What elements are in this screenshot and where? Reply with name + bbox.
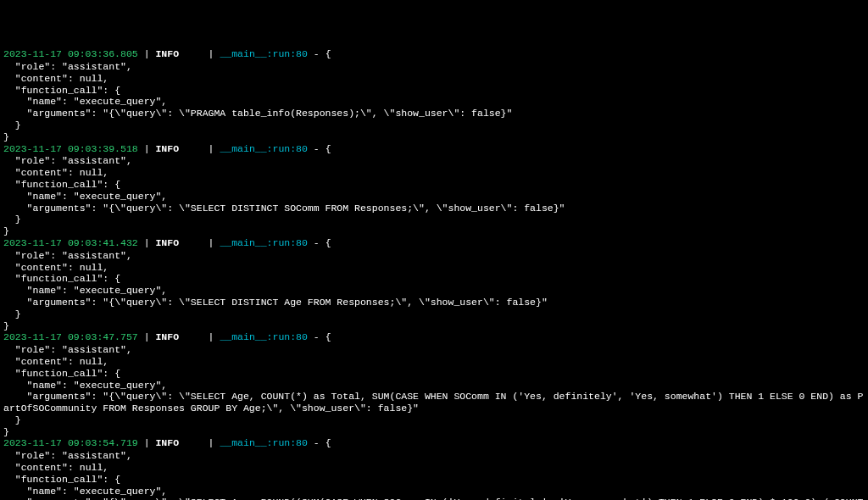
log-output: 2023-11-17 09:03:36.805 | INFO | __main_… [3, 48, 865, 500]
log-entry: 2023-11-17 09:03:36.805 | INFO | __main_… [3, 48, 865, 60]
separator-dash: - [308, 143, 326, 154]
code-location: __main__:run:80 [220, 437, 308, 448]
timestamp: 2023-11-17 09:03:41.432 [3, 237, 138, 248]
log-entry: 2023-11-17 09:03:39.518 | INFO | __main_… [3, 143, 865, 155]
timestamp: 2023-11-17 09:03:54.719 [3, 437, 138, 448]
log-entry: 2023-11-17 09:03:54.719 | INFO | __main_… [3, 437, 865, 449]
log-level: INFO [155, 237, 179, 248]
code-location: __main__:run:80 [220, 237, 308, 248]
log-level: INFO [155, 331, 179, 342]
separator-dash: - [308, 237, 326, 248]
timestamp: 2023-11-17 09:03:39.518 [3, 143, 138, 154]
separator: | [203, 48, 220, 59]
log-level: INFO [155, 48, 179, 59]
separator: | [203, 331, 220, 342]
code-location: __main__:run:80 [220, 331, 308, 342]
log-message-body: "role": "assistant", "content": null, "f… [3, 250, 865, 332]
log-message-inline: { [326, 331, 331, 342]
separator: | [138, 437, 156, 448]
separator: | [203, 437, 220, 448]
separator-dash: - [308, 48, 326, 59]
code-location: __main__:run:80 [220, 48, 308, 59]
timestamp: 2023-11-17 09:03:36.805 [3, 48, 138, 59]
separator: | [138, 48, 156, 59]
log-message-body: "role": "assistant", "content": null, "f… [3, 61, 865, 143]
log-entry: 2023-11-17 09:03:41.432 | INFO | __main_… [3, 237, 865, 249]
separator-dash: - [308, 437, 326, 448]
log-message-body: "role": "assistant", "content": null, "f… [3, 155, 865, 237]
separator: | [203, 143, 220, 154]
separator-dash: - [308, 331, 326, 342]
log-message-body: "role": "assistant", "content": null, "f… [3, 450, 865, 500]
separator: | [138, 237, 156, 248]
log-message-body: "role": "assistant", "content": null, "f… [3, 344, 865, 437]
log-message-inline: { [326, 48, 331, 59]
separator: | [203, 237, 220, 248]
log-entry: 2023-11-17 09:03:47.757 | INFO | __main_… [3, 331, 865, 343]
log-message-inline: { [326, 143, 331, 154]
log-level: INFO [155, 437, 179, 448]
log-level: INFO [155, 143, 179, 154]
code-location: __main__:run:80 [220, 143, 308, 154]
separator: | [138, 331, 156, 342]
log-message-inline: { [326, 237, 331, 248]
log-message-inline: { [326, 437, 331, 448]
separator: | [138, 143, 156, 154]
timestamp: 2023-11-17 09:03:47.757 [3, 331, 138, 342]
